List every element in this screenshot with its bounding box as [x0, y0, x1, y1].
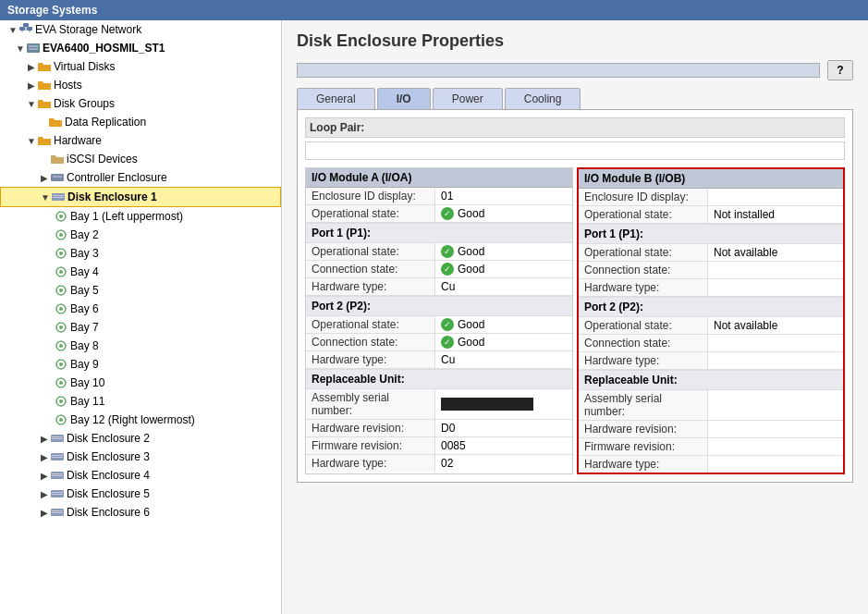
module-b-port2-label: Port 2 (P2):: [579, 297, 843, 317]
module-a-port1-op-state: Operational state: ✓ Good: [306, 243, 572, 261]
sidebar-item-disk-enclosure-4[interactable]: ▶ Disk Enclosure 4: [0, 466, 281, 485]
svg-rect-44: [52, 457, 63, 458]
sidebar-item-bay-6[interactable]: Bay 6: [0, 300, 281, 318]
main-content: ▼ EVA Storage Network ▼ EVA6400_HOSMIL_S…: [0, 20, 868, 614]
module-b-port1-op-state: Operational state: Not available: [579, 244, 843, 262]
sidebar-label-bay-12: Bay 12 (Right lowermost): [70, 413, 195, 426]
expand-icon-de1: ▼: [40, 191, 51, 203]
sidebar-item-hardware[interactable]: ▼ Hardware: [0, 131, 281, 150]
svg-point-28: [59, 325, 63, 329]
tab-cooling[interactable]: Cooling: [505, 88, 581, 109]
good-icon-a-op: ✓: [441, 207, 454, 220]
sidebar-item-bay-12[interactable]: Bay 12 (Right lowermost): [0, 411, 281, 429]
tab-io[interactable]: I/O: [377, 88, 431, 109]
sidebar-item-bay-1[interactable]: Bay 1 (Left uppermost): [0, 207, 281, 226]
good-icon-a-p2-conn: ✓: [441, 336, 454, 349]
sidebar-label-disk-enclosure-1: Disk Enclosure 1: [67, 190, 157, 203]
svg-rect-0: [19, 27, 25, 31]
bay-icon-11: [54, 394, 68, 409]
tabs-container: General I/O Power Cooling: [297, 88, 853, 109]
sidebar-item-iscsi[interactable]: iSCSI Devices: [0, 150, 281, 168]
svg-rect-1: [27, 27, 32, 31]
right-panel: Disk Enclosure Properties ? General I/O …: [282, 20, 868, 614]
sidebar-label-bay-9: Bay 9: [70, 358, 99, 371]
module-b-port1-hw-type: Hardware type:: [579, 279, 843, 297]
sidebar-item-bay-11[interactable]: Bay 11: [0, 392, 281, 411]
svg-rect-46: [52, 473, 63, 474]
folder-icon-hw: [37, 133, 52, 148]
sidebar-item-virtual-disks[interactable]: ▶ Virtual Disks: [0, 57, 281, 76]
page-title: Disk Enclosure Properties: [297, 31, 853, 51]
sidebar-item-data-replication[interactable]: Data Replication: [0, 113, 281, 131]
module-a-header: I/O Module A (I/OA): [306, 168, 572, 188]
expand-icon-hosts: ▶: [26, 80, 37, 91]
module-b-header: I/O Module B (I/OB): [579, 169, 843, 189]
sidebar-label-virtual-disks: Virtual Disks: [54, 60, 115, 73]
module-b-fw-rev: Firmware revision:: [579, 438, 843, 456]
sidebar-item-bay-3[interactable]: Bay 3: [0, 244, 281, 263]
progress-bar: [297, 63, 820, 78]
sidebar-item-bay-7[interactable]: Bay 7: [0, 318, 281, 337]
svg-rect-2: [23, 23, 29, 27]
sidebar-item-bay-9[interactable]: Bay 9: [0, 355, 281, 374]
bay-icon-4: [54, 264, 68, 279]
sidebar-item-eva-storage-network[interactable]: ▼ EVA Storage Network: [0, 20, 281, 39]
sidebar-label-bay-7: Bay 7: [70, 321, 99, 334]
svg-point-24: [59, 289, 63, 292]
good-icon-a-p1-op: ✓: [441, 245, 454, 258]
tab-general[interactable]: General: [297, 88, 375, 109]
sidebar-item-disk-enclosure-5[interactable]: ▶ Disk Enclosure 5: [0, 485, 281, 503]
sidebar-item-hosts[interactable]: ▶ Hosts: [0, 76, 281, 94]
expand-icon-ce: ▶: [39, 172, 50, 183]
disk-enclosure-icon-2: [50, 431, 65, 446]
sidebar-item-bay-10[interactable]: Bay 10: [0, 374, 281, 392]
sidebar-item-disk-enclosure-1[interactable]: ▼ Disk Enclosure 1: [0, 187, 281, 207]
sidebar-item-disk-enclosure-2[interactable]: ▶ Disk Enclosure 2: [0, 429, 281, 448]
server-icon: [26, 41, 41, 55]
sidebar-item-controller-enclosure[interactable]: ▶ Controller Enclosure: [0, 168, 281, 187]
folder-icon-hosts: [37, 78, 52, 92]
sidebar-item-disk-groups[interactable]: ▼ Disk Groups: [0, 94, 281, 113]
bay-icon-12: [54, 412, 68, 427]
module-a-serial: Assembly serial number:: [306, 389, 572, 420]
module-b-port2-conn-state: Connection state:: [579, 335, 843, 352]
sidebar-label-disk-enclosure-2: Disk Enclosure 2: [67, 432, 150, 445]
sidebar-item-bay-8[interactable]: Bay 8: [0, 337, 281, 355]
module-a-port1-conn-state: Connection state: ✓ Good: [306, 261, 572, 278]
module-a-hw-rev: Hardware revision: D0: [306, 420, 572, 437]
sidebar-label-bay-2: Bay 2: [70, 228, 99, 241]
sidebar-item-bay-4[interactable]: Bay 4: [0, 263, 281, 281]
module-b-port2-hw-type: Hardware type:: [579, 352, 843, 370]
bay-icon-5: [54, 283, 68, 298]
expand-icon-hw: ▼: [26, 135, 37, 146]
sidebar-item-bay-2[interactable]: Bay 2: [0, 226, 281, 244]
tab-power[interactable]: Power: [433, 88, 503, 109]
sidebar-item-eva6400[interactable]: ▼ EVA6400_HOSMIL_ST1: [0, 39, 281, 57]
module-a-port2-label: Port 2 (P2):: [306, 296, 572, 316]
bay-icon-9: [54, 357, 68, 372]
module-b-op-state: Operational state: Not installed: [579, 206, 843, 224]
sidebar-label-hosts: Hosts: [54, 79, 82, 92]
expand-icon: ▼: [7, 24, 18, 35]
sidebar-label-bay-1: Bay 1 (Left uppermost): [70, 210, 183, 223]
svg-rect-49: [52, 492, 63, 493]
module-b-port2-op-state: Operational state: Not available: [579, 317, 843, 335]
module-b-enclosure-id: Enclosure ID display:: [579, 189, 843, 206]
sidebar-item-disk-enclosure-3[interactable]: ▶ Disk Enclosure 3: [0, 448, 281, 466]
module-a-port2-hw-type: Hardware type: Cu: [306, 351, 572, 369]
bay-icon-7: [54, 320, 68, 335]
sidebar-label-bay-8: Bay 8: [70, 339, 99, 352]
help-button[interactable]: ?: [827, 60, 853, 80]
module-b-replaceable-label: Replaceable Unit:: [579, 370, 843, 390]
svg-point-16: [59, 215, 63, 218]
io-module-b: I/O Module B (I/OB) Enclosure ID display…: [577, 167, 845, 474]
sidebar-item-disk-enclosure-6[interactable]: ▶ Disk Enclosure 6: [0, 503, 281, 522]
svg-point-26: [59, 307, 63, 311]
tab-content: Loop Pair: I/O Module A (I/OA) Enclosure…: [297, 109, 853, 483]
sidebar-item-bay-5[interactable]: Bay 5: [0, 281, 281, 300]
expand-icon-vd: ▶: [26, 61, 37, 72]
module-a-port1-label: Port 1 (P1):: [306, 223, 572, 243]
folder-icon-iscsi: [50, 152, 65, 166]
sidebar: ▼ EVA Storage Network ▼ EVA6400_HOSMIL_S…: [0, 20, 282, 614]
loop-pair-label: Loop Pair:: [305, 117, 845, 138]
